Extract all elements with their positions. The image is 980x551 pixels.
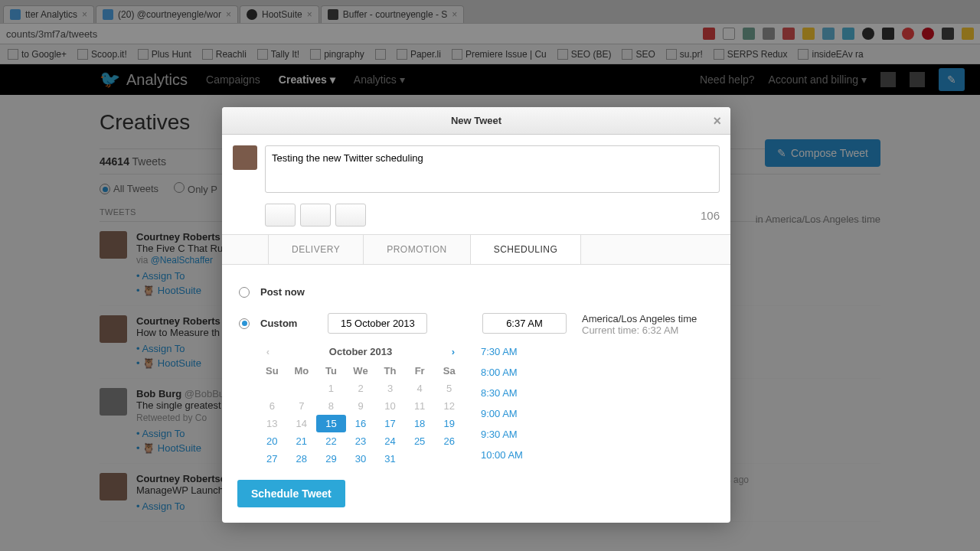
calendar-day[interactable]: 21 (287, 432, 317, 450)
calendar-day[interactable]: 2 (346, 380, 376, 397)
time-suggestion[interactable]: 10:00 AM (481, 446, 568, 464)
calendar-day[interactable]: 3 (375, 380, 405, 397)
calendar-dow: We (346, 362, 376, 380)
calendar-day[interactable]: 6 (257, 397, 287, 415)
modal-tabs: DELIVERY PROMOTION SCHEDULING (222, 234, 730, 265)
calendar-day[interactable]: 23 (346, 432, 376, 450)
modal-header: New Tweet × (222, 107, 730, 135)
calendar-dow: Mo (287, 362, 317, 380)
tab-delivery[interactable]: DELIVERY (268, 235, 364, 264)
calendar-day[interactable]: 25 (405, 432, 435, 450)
calendar-day[interactable]: 12 (434, 397, 464, 415)
radio-icon (239, 287, 250, 298)
time-suggestion[interactable]: 8:30 AM (481, 384, 568, 402)
char-count: 106 (701, 209, 720, 222)
calendar-day[interactable]: 4 (405, 380, 435, 397)
calendar-day[interactable]: 28 (287, 450, 317, 468)
attach-button[interactable] (335, 204, 366, 227)
time-input[interactable] (482, 313, 567, 334)
timezone-label: America/Los Angeles time Current time: 6… (582, 313, 715, 336)
time-suggestion[interactable]: 9:00 AM (481, 405, 568, 422)
calendar-day[interactable]: 13 (257, 415, 287, 432)
date-input[interactable] (328, 313, 427, 334)
calendar-day[interactable]: 11 (405, 397, 435, 415)
calendar-dow: Tu (316, 362, 346, 380)
calendar-day[interactable]: 27 (257, 450, 287, 468)
schedule-tweet-button[interactable]: Schedule Tweet (237, 480, 345, 507)
radio-icon (239, 318, 250, 329)
calendar-day[interactable]: 19 (434, 415, 464, 432)
calendar-day[interactable]: 26 (434, 432, 464, 450)
tab-scheduling[interactable]: SCHEDULING (471, 235, 582, 264)
calendar-day[interactable]: 24 (375, 432, 405, 450)
time-suggestion[interactable]: 7:30 AM (481, 343, 568, 360)
attach-button[interactable] (265, 204, 296, 227)
calendar-dow: Sa (434, 362, 464, 380)
calendar-day[interactable]: 1 (316, 380, 346, 397)
tweet-textarea[interactable] (265, 145, 720, 193)
calendar-day[interactable]: 20 (257, 432, 287, 450)
calendar-day[interactable]: 31 (375, 450, 405, 468)
close-icon[interactable]: × (713, 113, 721, 129)
calendar-day[interactable]: 18 (405, 415, 435, 432)
calendar-day[interactable]: 15 (316, 415, 346, 432)
calendar-day[interactable]: 8 (316, 397, 346, 415)
calendar-day[interactable]: 10 (375, 397, 405, 415)
calendar-day[interactable]: 29 (316, 450, 346, 468)
time-suggestions: 7:30 AM8:00 AM8:30 AM9:00 AM9:30 AM10:00… (481, 341, 568, 464)
calendar-month: October 2013 (329, 346, 392, 357)
tab-promotion[interactable]: PROMOTION (364, 235, 471, 264)
calendar-dow: Th (375, 362, 405, 380)
calendar-day[interactable]: 7 (287, 397, 317, 415)
calendar-day[interactable]: 17 (375, 415, 405, 432)
modal-title: New Tweet (451, 115, 501, 126)
new-tweet-modal: New Tweet × 106 DELIVERY PROMOTION SCHED… (222, 107, 730, 523)
custom-option[interactable]: Custom (237, 305, 467, 341)
calendar-day[interactable]: 5 (434, 380, 464, 397)
time-suggestion[interactable]: 8:00 AM (481, 364, 568, 381)
post-now-option[interactable]: Post now (237, 279, 715, 305)
calendar-dow: Fr (405, 362, 435, 380)
calendar: ‹ October 2013 › SuMoTuWeThFrSa123456789… (257, 341, 464, 468)
calendar-day[interactable]: 30 (346, 450, 376, 468)
prev-month-icon[interactable]: ‹ (260, 346, 276, 357)
time-suggestion[interactable]: 9:30 AM (481, 425, 568, 443)
next-month-icon[interactable]: › (446, 346, 461, 357)
calendar-day[interactable]: 9 (346, 397, 376, 415)
calendar-day[interactable]: 22 (316, 432, 346, 450)
avatar (233, 145, 257, 170)
calendar-dow: Su (257, 362, 287, 380)
calendar-day[interactable]: 14 (287, 415, 317, 432)
attach-button[interactable] (300, 204, 331, 227)
calendar-day[interactable]: 16 (346, 415, 376, 432)
